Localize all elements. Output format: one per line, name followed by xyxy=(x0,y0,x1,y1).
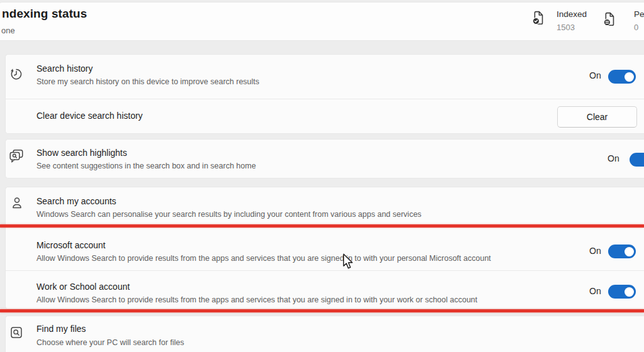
history-icon xyxy=(9,67,24,82)
page-title: ndexing status xyxy=(2,7,87,21)
search-highlights-title: Show search highlights xyxy=(36,148,127,158)
search-highlights-card: Show search highlights See content sugge… xyxy=(5,139,644,179)
annotation-line-bottom xyxy=(0,309,644,312)
find-files-icon xyxy=(9,325,24,340)
work-school-account-state: On xyxy=(589,286,601,296)
pending-stat-value: 0 xyxy=(634,23,638,32)
search-highlights-toggle[interactable] xyxy=(630,153,644,167)
indexed-stat-label: Indexed xyxy=(557,9,587,19)
person-icon xyxy=(9,195,25,211)
search-accounts-subtitle: Windows Search can personalise your sear… xyxy=(36,210,421,219)
mouse-cursor xyxy=(343,253,353,270)
microsoft-account-subtitle: Allow Windows Search to provide results … xyxy=(36,254,491,263)
indexing-status-card: ndexing status one Indexed 1503 Per 0 xyxy=(0,2,644,41)
document-pause-icon xyxy=(601,11,618,28)
find-my-files-subtitle: Choose where your PC will search for fil… xyxy=(36,338,184,347)
find-my-files-title: Find my files xyxy=(36,324,86,334)
work-school-account-toggle[interactable] xyxy=(608,285,636,299)
divider xyxy=(6,99,644,99)
microsoft-account-state: On xyxy=(589,246,601,256)
search-highlights-state: On xyxy=(608,153,619,163)
search-history-toggle[interactable] xyxy=(608,70,636,84)
divider xyxy=(6,270,644,271)
indexing-state-text: one xyxy=(1,26,15,35)
search-highlights-subtitle: See content suggestions in the search bo… xyxy=(36,162,256,170)
search-history-state: On xyxy=(589,70,601,80)
clear-button[interactable]: Clear xyxy=(557,106,637,128)
clear-history-title: Clear device search history xyxy=(36,111,143,121)
work-school-account-subtitle: Allow Windows Search to provide results … xyxy=(36,295,477,304)
work-school-account-title: Work or School account xyxy=(36,282,130,292)
document-check-icon xyxy=(530,9,547,26)
search-history-title: Search history xyxy=(36,63,92,74)
indexed-stat-value: 1503 xyxy=(557,23,575,32)
search-history-card: Search history Store my search history o… xyxy=(5,54,644,134)
settings-page: ndexing status one Indexed 1503 Per 0 Se… xyxy=(0,0,644,352)
search-highlights-icon xyxy=(8,148,25,164)
search-accounts-card: Search my accounts Windows Search can pe… xyxy=(5,187,644,309)
microsoft-account-toggle[interactable] xyxy=(608,245,636,258)
pending-stat-label: Per xyxy=(634,9,644,19)
annotation-line-top xyxy=(0,224,644,228)
microsoft-account-title: Microsoft account xyxy=(36,240,106,250)
search-history-subtitle: Store my search history on this device t… xyxy=(36,77,259,86)
find-my-files-card: Find my files Choose where your PC will … xyxy=(5,316,644,352)
search-accounts-title: Search my accounts xyxy=(36,196,116,206)
